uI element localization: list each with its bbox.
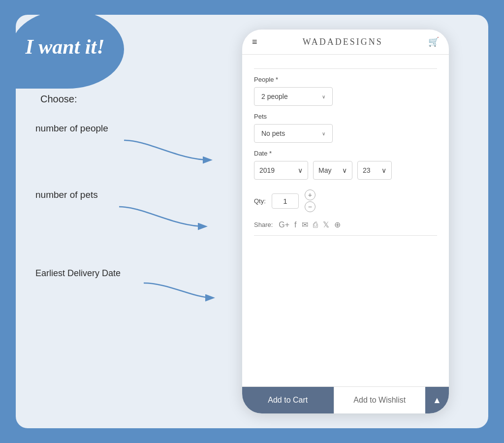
email-icon[interactable]: ✉	[302, 220, 308, 229]
delivery-date-label: Earliest Delivery Date	[35, 268, 121, 279]
scroll-to-top-button[interactable]: ▲	[425, 387, 449, 413]
twitter-icon[interactable]: 𝕏	[323, 220, 329, 229]
brand-name: WADADESIGNS	[303, 37, 383, 47]
arrow-pets	[114, 202, 213, 231]
bottom-divider	[254, 235, 437, 236]
day-select[interactable]: 23 ∨	[357, 161, 392, 180]
people-chevron: ∨	[322, 94, 325, 99]
qty-row: Qty: + −	[254, 190, 437, 212]
google-plus-icon[interactable]: G+	[279, 221, 289, 229]
qty-increase-button[interactable]: +	[305, 190, 315, 200]
qty-decrease-button[interactable]: −	[305, 201, 315, 212]
top-divider	[254, 68, 437, 69]
people-value: 2 people	[261, 93, 288, 100]
qty-controls: + −	[305, 190, 315, 212]
share-icons: G+ f ✉ ⎙ 𝕏 ⊕	[279, 220, 340, 229]
year-value: 2019	[259, 166, 275, 174]
day-chevron: ∨	[381, 166, 386, 174]
year-select[interactable]: 2019 ∨	[254, 161, 308, 180]
month-select[interactable]: May ∨	[313, 161, 352, 180]
num-pets-label: number of pets	[35, 190, 98, 200]
num-people-label: number of people	[35, 123, 108, 134]
facebook-icon[interactable]: f	[294, 221, 296, 229]
arrow-people	[119, 135, 218, 165]
add-to-wishlist-button[interactable]: Add to Wishlist	[334, 387, 426, 413]
qty-label: Qty:	[254, 197, 266, 205]
year-chevron: ∨	[298, 166, 303, 174]
cart-icon[interactable]: 🛒	[428, 36, 439, 47]
date-row: 2019 ∨ May ∨ 23 ∨	[254, 161, 437, 180]
pets-label: Pets	[254, 113, 437, 120]
phone-content: People * 2 people ∨ Pets No pets ∨ Date …	[242, 55, 449, 386]
bottom-buttons: Add to Cart Add to Wishlist ▲	[242, 386, 449, 413]
qty-input[interactable]	[272, 193, 299, 209]
choose-label: Choose:	[40, 94, 77, 105]
arrow-date	[139, 278, 218, 303]
pets-select[interactable]: No pets ∨	[254, 124, 333, 143]
menu-icon[interactable]: ≡	[252, 37, 257, 47]
month-value: May	[318, 166, 331, 174]
pets-chevron: ∨	[322, 131, 325, 136]
day-value: 23	[363, 166, 371, 174]
share-row: Share: G+ f ✉ ⎙ 𝕏 ⊕	[254, 220, 437, 229]
people-select[interactable]: 2 people ∨	[254, 87, 333, 106]
phone-header: ≡ WADADESIGNS 🛒	[242, 30, 449, 55]
pets-value: No pets	[261, 129, 285, 137]
share-label: Share:	[254, 221, 273, 228]
add-to-cart-button[interactable]: Add to Cart	[242, 387, 334, 413]
phone-mockup: ≡ WADADESIGNS 🛒 People * 2 people ∨ Pets…	[242, 30, 449, 413]
annotations-area: Choose: number of people number of pets …	[31, 94, 218, 389]
month-chevron: ∨	[342, 166, 347, 174]
pinterest-icon[interactable]: ⊕	[334, 220, 341, 229]
bubble-text: I want it!	[25, 35, 104, 58]
print-icon[interactable]: ⎙	[313, 221, 318, 229]
date-label: Date *	[254, 150, 437, 157]
bubble: I want it!	[11, 10, 124, 89]
outer-card: I want it! Choose: number of people numb…	[16, 15, 488, 428]
people-label: People *	[254, 76, 437, 83]
